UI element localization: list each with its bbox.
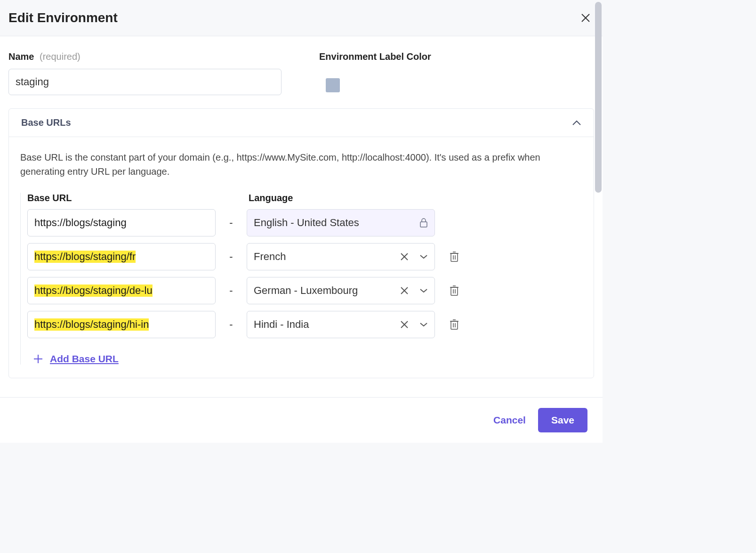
language-select[interactable]: Hindi - India: [247, 311, 435, 338]
modal-header: Edit Environment: [0, 0, 603, 36]
panel-body: Base URL is the constant part of your do…: [9, 137, 594, 378]
chevron-down-icon[interactable]: [419, 254, 428, 259]
base-url-input[interactable]: https://blogs/staging/de-lu: [27, 277, 216, 304]
add-base-url-label: Add Base URL: [50, 353, 119, 365]
table-head: Base URL Language: [27, 193, 582, 203]
language-select[interactable]: French: [247, 243, 435, 270]
top-row: Name (required) Environment Label Color: [8, 51, 594, 95]
cancel-button[interactable]: Cancel: [493, 415, 526, 426]
chevron-up-icon: [572, 120, 581, 126]
trash-icon[interactable]: [449, 318, 459, 331]
scrollbar[interactable]: [595, 2, 602, 193]
table-row: https://blogs/staging/hi-in - Hindi - In…: [27, 311, 582, 338]
dash: -: [224, 217, 238, 229]
color-swatch[interactable]: [326, 78, 340, 92]
clear-icon[interactable]: [400, 286, 409, 295]
base-url-input[interactable]: https://blogs/staging/hi-in: [27, 311, 216, 338]
panel-header[interactable]: Base URLs: [9, 109, 594, 137]
clear-icon[interactable]: [400, 320, 409, 329]
panel-title: Base URLs: [21, 117, 71, 128]
table-row: https://blogs/staging/fr - French: [27, 243, 582, 270]
svg-rect-12: [451, 287, 458, 295]
save-button[interactable]: Save: [538, 408, 587, 432]
modal-footer: Cancel Save: [0, 397, 603, 443]
base-url-input[interactable]: https://blogs/staging: [27, 209, 216, 236]
table-row: https://blogs/staging/de-lu - German - L…: [27, 277, 582, 304]
color-field-group: Environment Label Color: [319, 51, 431, 95]
col-lang-header: Language: [249, 193, 446, 203]
panel-description: Base URL is the constant part of your do…: [20, 150, 582, 179]
dash: -: [224, 251, 238, 263]
base-url-input[interactable]: https://blogs/staging/fr: [27, 243, 216, 270]
name-input[interactable]: [8, 69, 281, 95]
base-urls-panel: Base URLs Base URL is the constant part …: [8, 108, 594, 378]
name-field-group: Name (required): [8, 51, 281, 95]
svg-rect-5: [451, 253, 458, 261]
edit-environment-modal: Edit Environment Name (required) Environ…: [0, 0, 603, 443]
plus-icon: [33, 354, 43, 364]
language-select[interactable]: English - United States: [247, 209, 435, 236]
color-label: Environment Label Color: [319, 51, 431, 62]
svg-rect-2: [420, 222, 427, 227]
clear-icon[interactable]: [400, 252, 409, 261]
language-select[interactable]: German - Luxembourg: [247, 277, 435, 304]
required-hint: (required): [40, 51, 80, 62]
chevron-down-icon[interactable]: [419, 288, 428, 293]
chevron-down-icon[interactable]: [419, 322, 428, 327]
close-icon[interactable]: [580, 12, 591, 24]
dash: -: [224, 285, 238, 297]
trash-icon[interactable]: [449, 285, 459, 297]
lock-icon: [419, 218, 428, 228]
svg-rect-19: [451, 321, 458, 329]
modal-body: Name (required) Environment Label Color …: [0, 36, 603, 397]
add-base-url-button[interactable]: Add Base URL: [27, 353, 582, 365]
trash-icon[interactable]: [449, 251, 459, 263]
base-url-table: Base URL Language https://blogs/staging …: [20, 193, 582, 365]
modal-title: Edit Environment: [8, 10, 118, 25]
name-label: Name (required): [8, 51, 281, 62]
col-url-header: Base URL: [27, 193, 234, 203]
table-row: https://blogs/staging - English - United…: [27, 209, 582, 236]
dash: -: [224, 318, 238, 331]
